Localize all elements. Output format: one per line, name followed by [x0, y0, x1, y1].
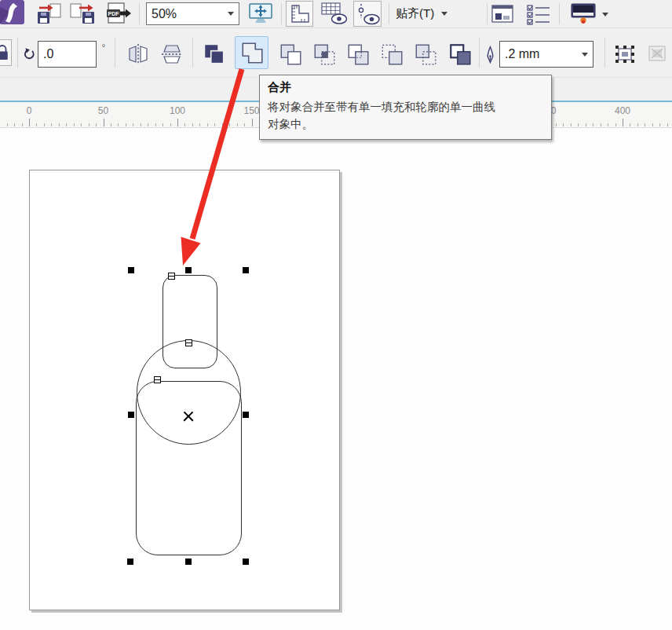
selection-handle-bottom-left[interactable]	[127, 559, 133, 565]
mirror-horizontal-button[interactable]	[125, 42, 152, 67]
ruler-tick	[244, 123, 245, 126]
convert-to-curves-icon	[612, 42, 638, 66]
toolbar-separator	[192, 38, 193, 68]
selection-handle-top-center[interactable]	[185, 267, 192, 273]
front-minus-back-icon	[379, 42, 404, 67]
selection-center-x-marker[interactable]	[183, 411, 194, 422]
svg-text:PDF: PDF	[108, 11, 120, 16]
ruler-tick	[7, 123, 8, 126]
options-button[interactable]	[490, 3, 515, 25]
convert-to-curves-button[interactable]	[610, 41, 640, 68]
show-guidelines-button[interactable]	[353, 1, 382, 27]
tooltip-body: 将对象合并至带有单一填充和轮廓的单一曲线 对象中。	[268, 98, 543, 133]
ruler-tick	[81, 123, 82, 126]
coreldraw-window: PDF 50%	[0, 0, 672, 630]
merge-weld-button[interactable]	[235, 36, 268, 69]
front-minus-back-button[interactable]	[377, 41, 407, 68]
rulers-toggle-button[interactable]	[286, 1, 313, 27]
create-boundary-button[interactable]	[444, 41, 476, 68]
selection-handle-bottom-right[interactable]	[243, 559, 249, 565]
launch-dropdown[interactable]	[600, 9, 611, 19]
merge-tooltip: 合并 将对象合并至带有单一填充和轮廓的单一曲线 对象中。	[259, 75, 552, 140]
ruler-tick	[184, 123, 185, 126]
ruler-tick	[36, 123, 37, 126]
toolbar-separator	[281, 3, 282, 24]
selection-handle-top-left[interactable]	[128, 267, 134, 273]
selection-handle-mid-right[interactable]	[243, 412, 249, 418]
ruler-tick	[170, 123, 171, 126]
zoom-level-value: 50%	[152, 7, 177, 21]
toolbar-separator	[479, 38, 480, 68]
app-logo	[0, 0, 24, 24]
launch-button[interactable]	[568, 2, 598, 26]
ruler-tick	[608, 123, 608, 126]
ruler-tick	[563, 123, 564, 126]
node-marker-circle[interactable]	[185, 339, 192, 346]
lock-icon	[0, 42, 9, 63]
show-grid-button[interactable]	[320, 2, 349, 26]
rotate-reset-button[interactable]	[21, 46, 37, 62]
property-bar: .0 °	[0, 28, 672, 78]
trim-icon	[278, 42, 303, 67]
selection-handle-bottom-center[interactable]	[185, 559, 192, 565]
simplify-button[interactable]	[343, 41, 373, 68]
chevron-down-icon	[582, 53, 588, 57]
drawing-canvas[interactable]	[0, 128, 672, 630]
ruler-tick	[578, 123, 579, 126]
intersect-button[interactable]	[309, 41, 339, 68]
rotation-angle-value: .0	[43, 47, 53, 61]
outline-pen-icon	[483, 44, 497, 66]
publish-pdf-button[interactable]: PDF	[105, 2, 132, 26]
chevron-down-icon	[602, 13, 608, 16]
ruler-tick	[155, 123, 156, 126]
body-rounded-rectangle-shape[interactable]	[136, 381, 242, 555]
publish-pdf-icon: PDF	[105, 2, 132, 26]
ruler-tick	[630, 123, 630, 126]
ruler-label: 150	[243, 105, 259, 116]
toolbar-separator	[115, 38, 115, 68]
intersect-icon	[312, 42, 337, 67]
toolbar-separator	[604, 38, 605, 68]
toolbar-separator	[487, 3, 488, 24]
back-minus-front-icon	[413, 42, 438, 67]
options-icon	[491, 4, 514, 24]
ruler-tick	[199, 123, 200, 126]
node-marker-neck[interactable]	[168, 273, 175, 280]
selection-handle-top-right[interactable]	[243, 267, 249, 273]
selection-handle-mid-left[interactable]	[128, 412, 134, 418]
rotation-angle-input[interactable]: .0	[38, 41, 97, 68]
ruler-tick	[252, 119, 253, 126]
back-minus-front-button[interactable]	[411, 41, 440, 68]
chevron-down-icon	[441, 12, 447, 16]
ruler-tick	[141, 123, 141, 126]
outline-width-combo[interactable]: .2 mm	[499, 41, 593, 68]
export-icon	[69, 2, 96, 26]
ruler-tick	[118, 123, 119, 126]
mirror-vertical-icon	[160, 42, 184, 66]
combine-button[interactable]	[200, 41, 228, 68]
lock-ratio-button[interactable]	[0, 39, 12, 66]
full-screen-preview-button[interactable]	[247, 2, 275, 25]
import-icon	[36, 2, 63, 26]
ruler-tick	[659, 123, 660, 126]
trim-button[interactable]	[276, 41, 305, 68]
mirror-vertical-button[interactable]	[159, 42, 185, 67]
import-button[interactable]	[36, 2, 63, 26]
node-marker-body[interactable]	[154, 376, 161, 383]
zoom-level-combo[interactable]: 50%	[146, 2, 239, 25]
close-curve-icon	[644, 42, 670, 66]
export-button[interactable]	[69, 2, 96, 26]
full-screen-preview-icon	[247, 2, 274, 25]
ruler-label: 100	[170, 105, 185, 116]
task-list-button[interactable]	[524, 2, 553, 26]
pen-nib-icon	[484, 45, 496, 65]
ruler-tick	[148, 123, 148, 126]
ruler-tick	[214, 123, 215, 126]
ruler-tick	[222, 123, 223, 126]
ruler-tick	[229, 123, 230, 126]
tooltip-title: 合并	[268, 80, 543, 95]
snap-to-dropdown[interactable]: 贴齐(T)	[396, 0, 460, 27]
ruler-tick	[74, 123, 75, 126]
ruler-tick	[615, 123, 616, 126]
ruler-label: 0	[27, 105, 32, 116]
